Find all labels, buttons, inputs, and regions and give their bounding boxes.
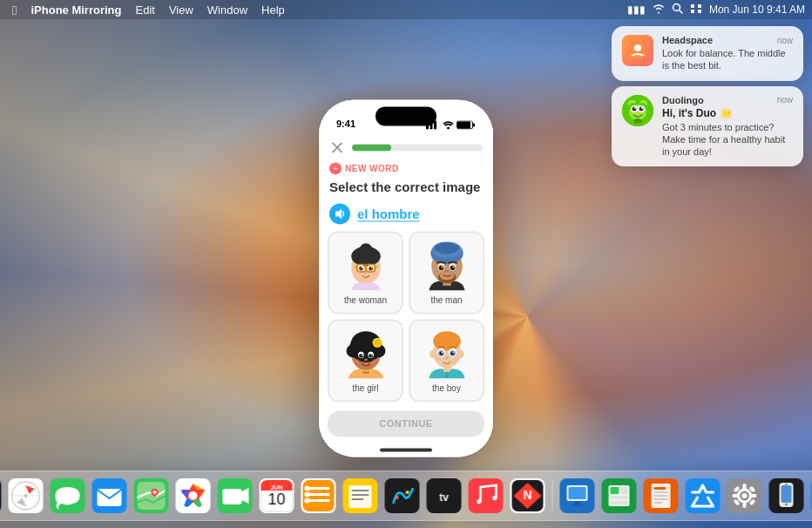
app-name: iPhone Mirroring [25,0,126,19]
svg-point-72 [361,355,362,355]
svg-rect-22 [457,121,470,128]
svg-rect-166 [611,487,619,494]
continue-button[interactable]: CONTINUE [328,410,484,437]
svg-rect-106 [0,478,2,513]
svg-rect-149 [352,498,364,500]
progress-bar-fill [352,144,391,151]
speaker-button[interactable] [329,203,350,224]
image-grid: the woman [319,231,493,402]
headspace-time: now [777,36,793,45]
menubar-left:  iPhone Mirroring Edit View Window Help [7,0,290,19]
dock-appstore[interactable] [684,477,722,515]
svg-point-84 [457,350,464,358]
svg-point-118 [24,494,28,498]
status-time: 9:41 [336,118,355,129]
dock-freeform[interactable] [383,477,422,515]
dock-notes[interactable] [342,477,380,515]
duolingo-body: Got 3 minutes to practice? Make time for… [662,121,793,159]
svg-point-36 [370,267,371,268]
dock-numbers[interactable] [600,477,639,515]
dock-airdrop[interactable] [809,477,813,515]
dock-reminders[interactable] [300,477,338,515]
dock-settings[interactable] [726,477,764,515]
new-word-badge: + NEW WORD [319,159,493,178]
svg-point-91 [441,352,443,354]
dock-safari[interactable] [7,477,45,515]
svg-rect-184 [751,494,757,498]
search-icon[interactable] [672,3,683,17]
svg-rect-23 [473,123,475,126]
card-woman[interactable]: the woman [328,231,403,314]
svg-point-143 [305,492,310,498]
svg-point-14 [634,107,636,109]
dock-appletv[interactable]: tv [425,477,464,515]
svg-rect-147 [352,490,369,491]
boy-label: the boy [432,383,461,393]
card-boy[interactable]: the boy [409,319,484,402]
menu-view[interactable]: View [164,0,199,19]
dock-keynote[interactable] [558,477,597,515]
svg-marker-26 [335,208,342,219]
svg-point-151 [396,496,399,499]
svg-point-53 [438,265,443,270]
menu-help[interactable]: Help [256,0,290,19]
card-girl[interactable]: the girl [328,319,403,402]
badge-text: NEW WORD [345,164,399,173]
menu-window[interactable]: Window [202,0,253,19]
svg-rect-167 [621,487,628,494]
svg-rect-176 [654,502,663,504]
svg-point-75 [354,359,359,362]
svg-point-82 [435,332,459,345]
svg-rect-173 [654,491,668,493]
dock-separator [552,480,553,511]
dock-photos[interactable] [174,477,213,515]
dock-maps[interactable] [132,477,171,515]
svg-rect-182 [743,502,747,508]
notification-duolingo[interactable]: Duolingo now Hi, it's Duo 🌟 Got 3 minute… [612,86,803,167]
svg-text:N: N [523,488,531,502]
dock-music[interactable] [467,477,505,515]
iphone-screen-content: + NEW WORD Select the correct image el h… [319,132,493,457]
dock-messages[interactable] [49,477,87,515]
duolingo-header: Duolingo now [662,95,793,105]
svg-rect-172 [654,487,667,490]
svg-point-15 [641,107,643,109]
headspace-app-name: Headspace [662,35,713,45]
svg-point-70 [359,354,363,358]
dock-pages[interactable] [642,477,680,515]
control-center-icon[interactable] [690,3,702,17]
card-man[interactable]: the man [409,231,484,314]
svg-rect-175 [654,498,668,500]
svg-point-13 [639,106,644,111]
close-button[interactable] [329,139,345,155]
apple-menu[interactable]:  [7,0,22,19]
svg-rect-191 [782,485,792,503]
svg-point-125 [153,491,157,494]
svg-rect-78 [445,375,449,378]
svg-point-142 [305,486,310,491]
duolingo-app-name: Duolingo [662,95,704,105]
svg-rect-129 [223,489,242,504]
svg-rect-163 [572,504,584,506]
svg-rect-3 [698,4,701,8]
notification-headspace[interactable]: Headspace now Look for balance. The midd… [612,26,803,81]
girl-illustration [340,328,392,380]
man-illustration [421,240,473,292]
dock-launchpad[interactable] [0,477,3,515]
dock-calendar[interactable]: JUN 10 [258,477,296,515]
svg-point-30 [359,243,372,256]
svg-point-34 [369,267,373,271]
svg-point-16 [633,118,642,124]
menu-edit[interactable]: Edit [130,0,159,19]
dock-mail[interactable] [91,477,129,515]
svg-rect-2 [691,4,694,8]
clock: Mon Jun 10 9:41 AM [709,3,805,16]
dock-news[interactable]: N [509,477,547,515]
progress-area [319,132,493,159]
iphone-container: 9:41 [319,99,493,457]
duolingo-icon [622,95,653,126]
svg-point-64 [346,344,359,357]
iphone-status-bar: 9:41 [319,99,493,132]
dock-iphone-mirroring[interactable] [768,477,806,515]
dock-facetime[interactable] [216,477,254,515]
